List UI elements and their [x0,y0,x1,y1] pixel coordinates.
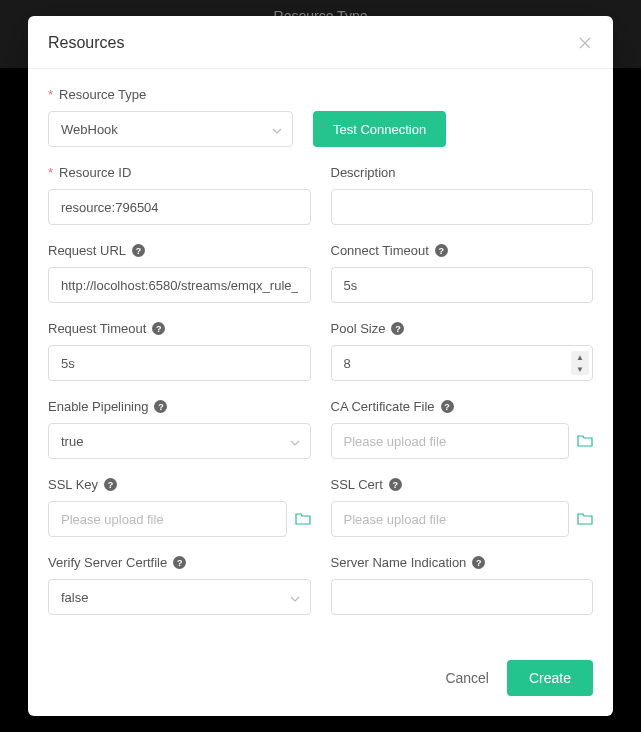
request-url-label: Request URL ? [48,243,311,258]
connect-timeout-label: Connect Timeout ? [331,243,594,258]
pool-size-input[interactable] [331,345,594,381]
modal-title: Resources [48,34,124,52]
chevron-down-icon [290,434,300,449]
help-icon[interactable]: ? [435,244,448,257]
help-icon[interactable]: ? [154,400,167,413]
sni-input[interactable] [331,579,594,615]
help-icon[interactable]: ? [472,556,485,569]
help-icon[interactable]: ? [391,322,404,335]
ssl-cert-input[interactable] [331,501,570,537]
stepper-up-icon[interactable]: ▲ [571,351,589,363]
resource-type-label: * Resource Type [48,87,293,102]
help-icon[interactable]: ? [173,556,186,569]
resources-modal: Resources * Resource Type WebHook Test C [28,16,613,716]
close-icon[interactable] [577,35,593,51]
stepper-down-icon[interactable]: ▼ [571,363,589,375]
verify-server-label: Verify Server Certfile ? [48,555,311,570]
resource-id-label: * Resource ID [48,165,311,180]
resource-type-select[interactable]: WebHook [48,111,293,147]
chevron-down-icon [272,122,282,137]
modal-header: Resources [28,16,613,69]
pool-size-label: Pool Size ? [331,321,594,336]
folder-icon[interactable] [295,512,311,526]
help-icon[interactable]: ? [132,244,145,257]
description-input[interactable] [331,189,594,225]
ssl-key-input[interactable] [48,501,287,537]
create-button[interactable]: Create [507,660,593,696]
request-url-input[interactable] [48,267,311,303]
ssl-key-label: SSL Key ? [48,477,311,492]
ssl-cert-label: SSL Cert ? [331,477,594,492]
modal-footer: Cancel Create [28,644,613,716]
request-timeout-label: Request Timeout ? [48,321,311,336]
ca-cert-label: CA Certificate File ? [331,399,594,414]
help-icon[interactable]: ? [152,322,165,335]
resource-id-input[interactable] [48,189,311,225]
enable-pipelining-label: Enable Pipelining ? [48,399,311,414]
folder-icon[interactable] [577,512,593,526]
request-timeout-input[interactable] [48,345,311,381]
help-icon[interactable]: ? [389,478,402,491]
number-stepper[interactable]: ▲ ▼ [571,351,589,375]
modal-body: * Resource Type WebHook Test Connection … [28,69,613,644]
help-icon[interactable]: ? [441,400,454,413]
sni-label: Server Name Indication ? [331,555,594,570]
folder-icon[interactable] [577,434,593,448]
cancel-button[interactable]: Cancel [445,670,489,686]
help-icon[interactable]: ? [104,478,117,491]
ca-cert-input[interactable] [331,423,570,459]
connect-timeout-input[interactable] [331,267,594,303]
description-label: Description [331,165,594,180]
test-connection-button[interactable]: Test Connection [313,111,446,147]
enable-pipelining-select[interactable]: true [48,423,311,459]
chevron-down-icon [290,590,300,605]
verify-server-select[interactable]: false [48,579,311,615]
